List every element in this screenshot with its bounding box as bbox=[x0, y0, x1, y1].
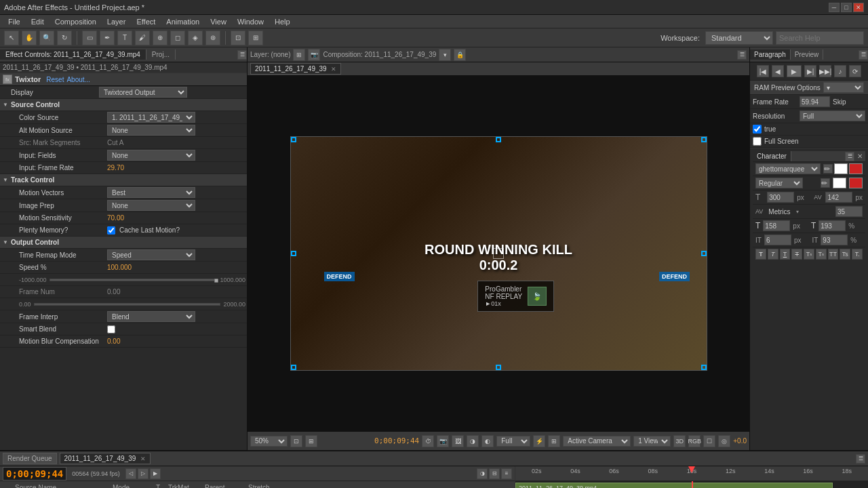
color-btn[interactable]: ◐ bbox=[481, 435, 494, 447]
frame-num-slider[interactable] bbox=[34, 303, 221, 306]
input-fields-dropdown[interactable]: None bbox=[107, 150, 195, 161]
handle-top-left[interactable] bbox=[291, 137, 296, 142]
next-frame-btn[interactable]: ▶| bbox=[804, 65, 816, 77]
resolution-select[interactable]: Full bbox=[800, 110, 865, 121]
image-prep-dropdown[interactable]: None bbox=[107, 200, 195, 211]
timecode-btn[interactable]: ⏱ bbox=[422, 435, 434, 447]
subscript-btn[interactable]: Ts bbox=[816, 249, 827, 260]
tl-prev-kf[interactable]: ◁ bbox=[125, 468, 136, 479]
handle-bottom[interactable] bbox=[496, 365, 501, 370]
smallcaps-btn[interactable]: Ts bbox=[840, 249, 850, 260]
stroke-color-swatch[interactable] bbox=[849, 163, 863, 174]
viewer-menu-btn[interactable]: ☰ bbox=[737, 50, 747, 60]
tl-next-kf[interactable]: ▷ bbox=[138, 468, 149, 479]
eraser-tool[interactable]: ◻ bbox=[170, 30, 185, 45]
right-panel-menu[interactable]: ☰ bbox=[859, 50, 868, 60]
menu-view[interactable]: View bbox=[205, 16, 232, 27]
tab-comp-timeline[interactable]: 2011_11_26_17_49_39 ✕ bbox=[60, 453, 151, 464]
eyedropper-icon[interactable]: ✏ bbox=[823, 164, 833, 174]
zoom-tool[interactable]: 🔍 bbox=[39, 30, 54, 45]
menu-window[interactable]: Window bbox=[232, 16, 269, 27]
tab-render-queue[interactable]: Render Queue bbox=[3, 453, 57, 464]
track-block-main[interactable]: 2011_11_26_17_49_39.mp4 bbox=[515, 483, 833, 488]
close-button[interactable]: ✕ bbox=[853, 3, 864, 12]
text-tool[interactable]: T bbox=[117, 30, 132, 45]
ram-preview-select[interactable]: ▾ bbox=[823, 82, 864, 93]
zoom-dropdown[interactable]: 50% bbox=[250, 436, 288, 447]
comp-lock-btn[interactable]: 🔒 bbox=[454, 49, 466, 61]
minimize-button[interactable]: ─ bbox=[829, 3, 840, 12]
roto-tool[interactable]: ◈ bbox=[188, 30, 203, 45]
tracking-input[interactable] bbox=[825, 192, 852, 203]
first-frame-btn[interactable]: |◀ bbox=[757, 65, 769, 77]
quality-dropdown[interactable]: Full bbox=[496, 436, 530, 447]
char-close[interactable]: ✕ bbox=[854, 152, 865, 160]
leading-input[interactable] bbox=[763, 220, 790, 231]
motion-blur-value[interactable]: 0.00 bbox=[107, 338, 120, 345]
tab-paragraph[interactable]: Paragraph bbox=[750, 49, 791, 60]
font-style-select[interactable]: Regular bbox=[755, 178, 803, 188]
about-button[interactable]: About... bbox=[66, 76, 90, 83]
reset-exposure-btn[interactable]: ◎ bbox=[718, 435, 730, 447]
tab-project[interactable]: Proj... bbox=[146, 49, 176, 60]
3d-btn[interactable]: 3D bbox=[673, 435, 686, 447]
menu-help[interactable]: Help bbox=[269, 16, 296, 27]
snapshot-btn[interactable]: 📷 bbox=[437, 435, 449, 447]
speed-pct-value[interactable]: 100.000 bbox=[107, 264, 132, 271]
brush-tool[interactable]: 🖌 bbox=[135, 30, 150, 45]
cache-last-motion-checkbox[interactable] bbox=[107, 226, 115, 235]
input-frame-rate-value[interactable]: 29.70 bbox=[107, 164, 124, 171]
color-source-dropdown[interactable]: 1. 2011_11_26_17_49_... bbox=[107, 112, 195, 123]
audio-btn[interactable]: ♪ bbox=[834, 65, 846, 77]
show-snapshot-btn[interactable]: 🖼 bbox=[452, 435, 464, 447]
exposure-btn[interactable]: ◑ bbox=[467, 435, 479, 447]
italic-btn[interactable]: T bbox=[768, 249, 778, 260]
handle-bottom-left[interactable] bbox=[291, 365, 296, 370]
frame-rate-input[interactable] bbox=[800, 96, 830, 107]
channels-btn[interactable]: RGB bbox=[688, 435, 701, 447]
font-select[interactable]: ghettomarquee bbox=[755, 163, 821, 174]
full-screen-checkbox[interactable] bbox=[753, 137, 762, 146]
hand-tool[interactable]: ✋ bbox=[22, 30, 37, 45]
alt-motion-dropdown[interactable]: None bbox=[107, 125, 195, 136]
reset-button[interactable]: Reset bbox=[46, 76, 64, 83]
handle-top[interactable] bbox=[496, 137, 501, 142]
motion-vectors-dropdown[interactable]: Best bbox=[107, 187, 195, 198]
timeline-menu-btn[interactable]: ☰ bbox=[856, 454, 865, 464]
scale-h-input[interactable] bbox=[764, 235, 791, 245]
last-frame-btn[interactable]: ▶▶| bbox=[819, 65, 831, 77]
speed-slider[interactable] bbox=[50, 279, 218, 281]
ordinal-btn[interactable]: T. bbox=[852, 249, 863, 260]
layer-viewer-btn[interactable]: ⊞ bbox=[293, 49, 305, 61]
metrics-dropdown[interactable]: ▾ bbox=[796, 209, 799, 215]
display-dropdown[interactable]: Twixtored Output bbox=[99, 87, 187, 98]
tl-play[interactable]: ▶ bbox=[150, 468, 161, 479]
workspace-select[interactable]: Standard bbox=[705, 31, 773, 45]
comp-viewer-btn[interactable]: ▾ bbox=[439, 49, 451, 61]
eyedropper2-icon[interactable]: ✏ bbox=[821, 178, 830, 188]
menu-effect[interactable]: Effect bbox=[131, 16, 161, 27]
view-layout-dropdown[interactable]: 1 View bbox=[633, 436, 671, 447]
graph-editor-btn[interactable]: ⊟ bbox=[489, 468, 500, 479]
kerning-input[interactable] bbox=[835, 206, 863, 217]
handle-top-right[interactable] bbox=[701, 137, 707, 142]
frame-interp-dropdown[interactable]: Blend bbox=[107, 311, 195, 322]
font-size-input[interactable] bbox=[767, 192, 794, 203]
menu-file[interactable]: File bbox=[3, 16, 26, 27]
color-swatch2[interactable] bbox=[833, 178, 846, 188]
underline-btn[interactable]: T bbox=[780, 249, 791, 260]
restore-button[interactable]: □ bbox=[841, 3, 852, 12]
motion-blur-tl[interactable]: ◑ bbox=[477, 468, 488, 479]
bold-btn[interactable]: T bbox=[755, 249, 766, 260]
menu-edit[interactable]: Edit bbox=[26, 16, 50, 27]
strikethrough-btn[interactable]: T bbox=[791, 249, 802, 260]
from-current-time-checkbox[interactable] bbox=[753, 125, 762, 134]
grid-btn[interactable]: ⊞ bbox=[548, 435, 560, 447]
motion-sensitivity-value[interactable]: 70.00 bbox=[107, 214, 124, 222]
rect-tool[interactable]: ▭ bbox=[82, 30, 97, 45]
scale-v-input[interactable] bbox=[821, 235, 848, 245]
comp-tab-close[interactable]: ✕ bbox=[331, 66, 336, 73]
stroke-swatch2[interactable] bbox=[849, 178, 863, 188]
handle-left[interactable] bbox=[291, 251, 296, 256]
superscript-btn[interactable]: Ts bbox=[804, 249, 814, 260]
